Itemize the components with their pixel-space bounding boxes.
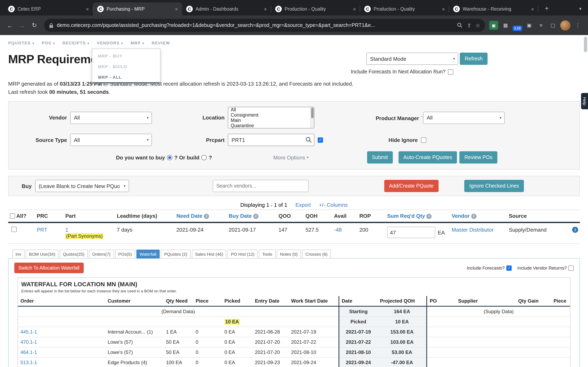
order-link[interactable]: 464.1-1 — [20, 350, 37, 355]
detail-tab[interactable]: Inv — [12, 250, 25, 259]
new-tab-button[interactable]: + — [541, 3, 552, 14]
bookmark-star-icon[interactable]: ☆ — [476, 22, 480, 28]
product-manager-select[interactable]: All ▾ — [423, 111, 505, 124]
sum-reqd-sort-link[interactable]: Sum Req'd Qty — [387, 213, 425, 219]
ignore-checked-lines-button[interactable]: Ignore Checked Lines — [465, 180, 524, 192]
include-vendor-returns-checkbox[interactable] — [568, 265, 574, 271]
row-info-icon[interactable]: i — [572, 227, 578, 233]
detail-tab[interactable]: Sales Hist (46) — [192, 250, 226, 259]
sum-reqd-qty-input[interactable] — [387, 227, 435, 238]
refresh-button[interactable]: Refresh — [460, 53, 488, 65]
location-option[interactable]: All — [228, 107, 314, 113]
prc-link[interactable]: PRT — [37, 227, 47, 233]
browser-tab[interactable]: C Admin - Dashboards × — [182, 2, 271, 16]
listbox-scrollbar[interactable] — [310, 107, 314, 128]
avail-link[interactable]: -48 — [334, 227, 342, 233]
browser-tab[interactable]: C Warehouse - Receiving × — [449, 2, 538, 16]
part-synonyms-link[interactable]: (Part Synonyms) — [65, 233, 104, 239]
order-link[interactable]: 470.1-1 — [20, 339, 37, 345]
order-link[interactable]: 445.1-1 — [20, 329, 37, 335]
add-create-pquote-button[interactable]: Add/Create PQuote — [384, 180, 438, 192]
info-icon[interactable]: i — [253, 214, 259, 219]
tab-search-chevron-icon[interactable]: ▾ — [573, 6, 588, 16]
browser-menu-icon[interactable]: ⋮ — [573, 21, 582, 30]
tab-close-icon[interactable]: × — [262, 6, 269, 12]
extension-icon[interactable]: ▣ — [489, 21, 498, 30]
prcpart-exact-checkbox[interactable]: ✓ — [318, 137, 323, 142]
detail-tab[interactable]: Orders(7) — [89, 250, 114, 259]
mrp-menu-item[interactable]: MRP - BUILD — [92, 61, 160, 72]
location-option[interactable]: Main — [228, 118, 314, 123]
buy-date-sort-link[interactable]: Buy Date — [229, 213, 252, 219]
info-icon[interactable]: i — [426, 214, 432, 219]
main-nav-item[interactable]: PQUOTES▾ — [8, 41, 34, 45]
main-nav-item[interactable]: VENDORS▾ — [97, 41, 123, 45]
vendor-select[interactable]: All ▾ — [70, 111, 152, 124]
share-icon[interactable]: ⇧ — [467, 22, 471, 28]
include-forecasts-checkbox[interactable]: ✓ — [506, 265, 512, 271]
detail-tab[interactable]: PO Hist (12) — [228, 250, 258, 259]
build-radio[interactable] — [201, 155, 207, 160]
order-link[interactable]: 513.1-1 — [20, 360, 37, 365]
browser-tab[interactable]: C Purchasing - MRP × — [93, 2, 182, 16]
need-date-sort-link[interactable]: Need Date — [176, 213, 202, 219]
tab-close-icon[interactable]: × — [351, 6, 358, 12]
more-options-toggle[interactable]: More Options ▾ — [273, 154, 309, 160]
vendor-search-input[interactable] — [213, 180, 309, 192]
detail-tab[interactable]: POs(5) — [115, 250, 135, 259]
tab-close-icon[interactable]: × — [440, 6, 447, 12]
detail-tab[interactable]: PQuotes (2) — [161, 250, 190, 259]
prcpart-input[interactable] — [228, 134, 314, 146]
switch-allocation-waterfall-button[interactable]: Switch To Allocation Waterfall — [14, 263, 84, 273]
columns-link[interactable]: +/- Columns — [319, 202, 348, 208]
detail-tab[interactable]: Waterfall — [136, 250, 160, 259]
forecast-checkbox[interactable] — [448, 69, 453, 75]
detail-tab[interactable]: BOM Use(34) — [26, 250, 58, 259]
browser-tab[interactable]: C Cetec ERP × — [4, 2, 93, 16]
browser-tab[interactable]: C Production - Quality × — [360, 2, 449, 16]
tab-close-icon[interactable]: × — [529, 6, 536, 12]
main-nav-item[interactable]: MRP▾ — [130, 41, 144, 45]
detail-tab[interactable]: Notes (0) — [277, 250, 301, 259]
vendor-link[interactable]: Master Distributor — [452, 227, 493, 233]
profile-avatar[interactable] — [560, 20, 571, 30]
back-button[interactable]: ← — [4, 20, 16, 31]
zoom-icon[interactable] — [457, 22, 463, 28]
source-type-select[interactable]: All ▾ — [70, 134, 152, 146]
vendor-sort-link[interactable]: Vendor — [452, 213, 470, 219]
main-nav-item[interactable]: REVIEW — [152, 41, 172, 45]
review-pos-button[interactable]: Review POs — [459, 151, 497, 164]
address-bar[interactable]: demo.cetecerp.com/pquote/assisted_purcha… — [44, 19, 485, 32]
buy-radio[interactable] — [167, 155, 172, 160]
search-icon[interactable] — [305, 137, 312, 143]
extension-with-badge-icon[interactable]: 1.13 — [513, 21, 522, 30]
location-listbox[interactable]: All Consignment Main Quarantine — [228, 107, 314, 128]
mrp-menu-item[interactable]: MRP - ALL — [92, 72, 160, 83]
detail-tab[interactable]: Crosses (6) — [302, 250, 331, 259]
tab-close-icon[interactable]: × — [84, 6, 91, 12]
side-panel-icon[interactable]: ▢ — [548, 21, 557, 30]
help-tab[interactable]: Help — [581, 93, 588, 109]
export-link[interactable]: Export — [295, 202, 311, 208]
row-select-checkbox[interactable] — [11, 227, 17, 232]
mode-select[interactable]: Standard Mode ▾ — [366, 53, 458, 65]
main-nav-item[interactable]: RECEIPTS▾ — [62, 41, 89, 45]
extensions-puzzle-icon[interactable]: ▣ — [525, 21, 534, 30]
part-link[interactable]: 1 — [65, 227, 68, 233]
auto-create-pquotes-button[interactable]: Auto-Create PQuotes — [398, 151, 457, 164]
select-all-checkbox[interactable] — [10, 213, 15, 218]
submit-button[interactable]: Submit — [367, 151, 393, 164]
hide-ignore-checkbox[interactable] — [421, 137, 426, 142]
info-icon[interactable]: i — [204, 214, 209, 219]
tab-close-icon[interactable]: × — [173, 6, 180, 12]
location-option[interactable]: Consignment — [228, 113, 314, 118]
forward-button[interactable]: → — [16, 20, 28, 31]
reload-button[interactable]: ↻ — [29, 20, 40, 31]
reading-list-icon[interactable]: ≡ — [536, 21, 545, 30]
browser-tab[interactable]: C Production - Quality × — [271, 2, 360, 16]
pquote-select[interactable]: (Leave Blank to Create New PQuote) ▾ — [35, 180, 129, 192]
detail-tab[interactable]: Quotes(25) — [60, 250, 87, 259]
main-nav-item[interactable]: POS▾ — [42, 41, 55, 45]
extension-image-icon[interactable]: ▦ — [501, 21, 510, 30]
info-icon[interactable]: i — [471, 214, 476, 219]
